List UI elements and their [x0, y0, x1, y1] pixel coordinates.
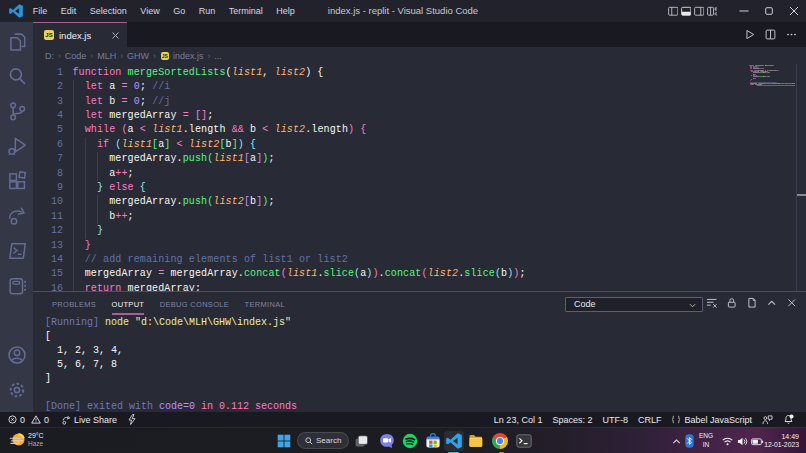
lock-auto-scroll-icon[interactable] — [726, 297, 738, 309]
spotify-icon[interactable] — [402, 433, 418, 449]
breadcrumb-item[interactable]: D: — [45, 51, 54, 61]
javascript-file-icon: JS — [44, 30, 54, 40]
language-abbr: ENG — [699, 432, 713, 441]
run-code-icon[interactable] — [744, 29, 755, 40]
output-channel-select[interactable]: Code — [565, 297, 703, 312]
chat-teams-icon[interactable] — [379, 433, 395, 449]
customize-layout-icon[interactable] — [707, 6, 718, 17]
encoding-setting[interactable]: UTF-8 — [602, 415, 628, 425]
close-window-button[interactable] — [781, 0, 806, 22]
search-icon[interactable] — [6, 65, 28, 87]
windows-terminal-icon[interactable] — [516, 433, 532, 449]
tab-index-js[interactable]: JS index.js — [33, 22, 127, 47]
breadcrumb-item[interactable]: Code — [65, 51, 87, 61]
close-panel-icon[interactable] — [786, 297, 798, 309]
menu-go[interactable]: Go — [166, 0, 192, 22]
remote-explorer-icon[interactable] — [6, 275, 28, 297]
notifications-bell-icon[interactable] — [783, 414, 794, 425]
maximize-panel-icon[interactable] — [766, 297, 778, 309]
account-icon[interactable] — [6, 344, 28, 366]
thunder-client-button[interactable] — [128, 414, 136, 425]
minimap-line-segment — [750, 84, 754, 85]
feedback-icon[interactable] — [762, 415, 773, 425]
toggle-secondary-sidebar-icon[interactable] — [694, 6, 705, 17]
panel-tab-debug-console[interactable]: DEBUG CONSOLE — [160, 295, 229, 315]
indent-guide — [97, 152, 98, 181]
minimize-button[interactable] — [731, 0, 756, 22]
file-explorer-icon[interactable] — [468, 433, 484, 449]
breadcrumb-separator: › — [90, 51, 93, 61]
split-editor-icon[interactable] — [765, 29, 776, 40]
panel-tab-problems[interactable]: PROBLEMS — [52, 295, 96, 315]
clear-output-icon[interactable] — [706, 297, 718, 309]
vscode-window: FileEditSelectionViewGoRunTerminalHelp i… — [0, 0, 806, 453]
eol-setting[interactable]: CRLF — [638, 415, 662, 425]
panel-actions — [706, 297, 798, 309]
weather-condition: Haze — [28, 441, 44, 448]
code-editor[interactable]: 1function mergeSortedLists(list1, list2)… — [33, 64, 806, 291]
minimap-line-segment — [751, 75, 752, 76]
output-line-1: [Running] node "d:\Code\MLH\GHW\index.js… — [45, 316, 291, 330]
windows-taskbar: 29°C Haze Search — [0, 427, 806, 453]
minimap-line-segment — [769, 72, 770, 73]
breadcrumb-item[interactable]: MLH — [97, 51, 116, 61]
weather-widget[interactable]: 29°C Haze — [9, 431, 44, 448]
cursor-position[interactable]: Ln 23, Col 1 — [494, 415, 543, 425]
menu-file[interactable]: File — [26, 0, 54, 22]
live-share-button[interactable]: Live Share — [61, 415, 117, 425]
panel-tab-output[interactable]: OUTPUT — [112, 295, 145, 315]
breadcrumb-item[interactable]: ... — [214, 51, 222, 61]
live-share-icon[interactable] — [6, 205, 28, 227]
indent-guide — [85, 138, 86, 239]
minimap-line-segment — [769, 76, 770, 77]
menu-terminal[interactable]: Terminal — [222, 0, 270, 22]
panel-tab-terminal[interactable]: TERMINAL — [245, 295, 285, 315]
wifi-icon[interactable] — [722, 436, 733, 447]
menu-edit[interactable]: Edit — [54, 0, 83, 22]
volume-icon[interactable] — [737, 436, 748, 447]
open-log-file-icon[interactable] — [746, 297, 758, 309]
source-control-icon[interactable] — [6, 100, 28, 122]
warning-icon — [31, 415, 41, 424]
run-and-debug-icon[interactable] — [6, 135, 28, 157]
output-line-3: 1, 2, 3, 4, — [45, 344, 123, 358]
explorer-icon[interactable] — [6, 30, 28, 52]
bluetooth-icon[interactable] — [685, 434, 694, 448]
tab-close-icon[interactable] — [110, 30, 121, 41]
output-line-5: ] — [45, 372, 51, 386]
taskbar-search[interactable]: Search — [297, 432, 349, 449]
breadcrumb-item[interactable]: index.js — [173, 51, 204, 61]
breadcrumb-separator: › — [58, 51, 61, 61]
problems-indicator[interactable]: 0 0 — [8, 415, 49, 425]
language-indicator[interactable]: ENG IN — [699, 432, 713, 450]
start-button-icon[interactable] — [277, 434, 291, 448]
language-region: IN — [699, 441, 713, 450]
chrome-icon[interactable] — [492, 433, 508, 449]
tab-label: index.js — [59, 30, 91, 41]
breadcrumb-file-icon: JS — [161, 52, 169, 60]
task-view-icon[interactable] — [355, 435, 368, 448]
settings-icon[interactable] — [6, 379, 28, 401]
breadcrumb-item[interactable]: GHW — [127, 51, 149, 61]
battery-icon[interactable] — [751, 436, 764, 448]
language-mode[interactable]: Babel JavaScript — [671, 415, 752, 425]
extensions-icon[interactable] — [6, 170, 28, 192]
menu-view[interactable]: View — [134, 0, 167, 22]
toggle-primary-sidebar-icon[interactable] — [668, 6, 679, 17]
status-bar: 0 0 Live Share Ln 23, Col 1 Spaces: 2 UT… — [0, 412, 806, 427]
tray-chevron-up-icon[interactable] — [672, 437, 681, 446]
title-bar: FileEditSelectionViewGoRunTerminalHelp i… — [0, 0, 806, 22]
indentation-setting[interactable]: Spaces: 2 — [552, 415, 592, 425]
more-actions-icon[interactable] — [786, 29, 797, 40]
output-content[interactable]: [Running] node "d:\Code\MLH\GHW\index.js… — [45, 314, 795, 413]
menu-help[interactable]: Help — [269, 0, 301, 22]
maximize-button[interactable] — [756, 0, 781, 22]
clock-widget[interactable]: 14:49 12-01-2023 — [764, 432, 799, 450]
menu-run[interactable]: Run — [192, 0, 222, 22]
vscode-taskbar-icon[interactable] — [446, 433, 462, 449]
microsoft-store-icon[interactable] — [425, 433, 441, 449]
toggle-panel-icon[interactable] — [681, 6, 692, 17]
code-runner-icon[interactable] — [6, 240, 28, 262]
output-line-2: [ — [45, 330, 51, 344]
menu-selection[interactable]: Selection — [83, 0, 134, 22]
